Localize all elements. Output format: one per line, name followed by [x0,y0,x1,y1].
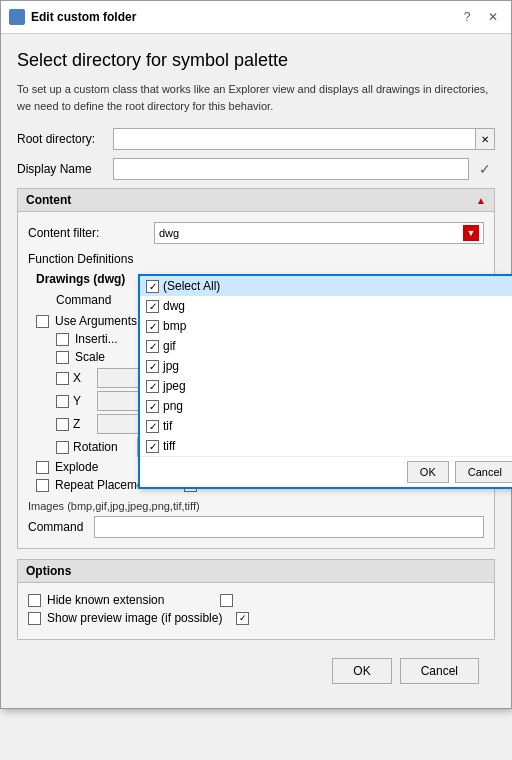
content-filter-row: Content filter: dwg ▼ [28,222,484,244]
show-preview-row: Show preview image (if possible) [28,611,484,625]
images-command-row: Command IMAGE Attach [28,516,484,538]
rotation-label: Rotation [73,440,133,454]
options-section-body: Hide known extension Show preview image … [17,583,495,640]
display-name-input[interactable]: Blocks and Images [113,158,469,180]
dropdown-label-jpg: jpg [163,359,179,373]
window-icon [9,9,25,25]
checkbox-jpeg[interactable] [146,380,159,393]
dropdown-item-tiff[interactable]: tiff [140,436,512,456]
insert-checkbox[interactable] [56,333,69,346]
x-label: X [73,371,93,385]
explode-checkbox[interactable] [36,461,49,474]
dropdown-item-png[interactable]: png [140,396,512,416]
repeat-placement-checkbox[interactable] [36,479,49,492]
content-filter-label: Content filter: [28,226,148,240]
dropdown-label-tif: tif [163,419,172,433]
dropdown-item-gif[interactable]: gif [140,336,512,356]
dropdown-label-tiff: tiff [163,439,175,453]
content-section-body: Content filter: dwg ▼ (Select All) dwg [17,212,495,549]
dropdown-item-bmp[interactable]: bmp [140,316,512,336]
dropdown-ok-button[interactable]: OK [407,461,449,483]
display-name-row: Display Name Blocks and Images ✓ [17,158,495,180]
page-description: To set up a custom class that works like… [17,81,495,114]
title-bar: Edit custom folder ? ✕ [1,1,511,34]
rotation-checkbox[interactable] [56,441,69,454]
root-directory-input-group: D:\Projects\Documentation\PET\PET Symbol… [113,128,495,150]
content-section-arrow: ▲ [476,195,486,206]
images-command-label: Command [28,520,88,534]
show-preview-label: Show preview image (if possible) [47,611,222,625]
edit-custom-folder-window: Edit custom folder ? ✕ Select directory … [0,0,512,709]
dropdown-label-gif: gif [163,339,176,353]
dropdown-label-dwg: dwg [163,299,185,313]
root-directory-input[interactable]: D:\Projects\Documentation\PET\PET Symbol… [113,128,475,150]
dropdown-cancel-button[interactable]: Cancel [455,461,512,483]
hide-extension-row: Hide known extension [28,593,484,607]
dropdown-label-png: png [163,399,183,413]
images-command-input[interactable]: IMAGE Attach [94,516,484,538]
show-preview-checkbox[interactable] [28,612,41,625]
z-label: Z [73,417,93,431]
function-defs-label: Function Definitions [28,252,148,266]
use-args-label: Use Arguments [55,314,137,328]
hide-extension-checkbox[interactable] [28,594,41,607]
display-name-label: Display Name [17,162,107,176]
bottom-buttons: OK Cancel [17,650,495,692]
checkbox-tiff[interactable] [146,440,159,453]
hide-extension-label: Hide known extension [47,593,164,607]
page-title: Select directory for symbol palette [17,50,495,71]
help-button[interactable]: ? [457,7,477,27]
command-label: Command [56,293,136,307]
show-preview-value[interactable] [236,612,249,625]
checkbox-png[interactable] [146,400,159,413]
scale-checkbox[interactable] [56,351,69,364]
ok-button[interactable]: OK [332,658,391,684]
checkbox-bmp[interactable] [146,320,159,333]
content-filter-value: dwg [159,227,463,239]
content-filter-dropdown-popup: (Select All) dwg bmp gif jpg [138,274,512,489]
checkbox-tif[interactable] [146,420,159,433]
z-checkbox[interactable] [56,418,69,431]
cancel-button[interactable]: Cancel [400,658,479,684]
checkbox-jpg[interactable] [146,360,159,373]
content-section-title: Content [26,193,71,207]
dropdown-item-dwg[interactable]: dwg [140,296,512,316]
dropdown-label-bmp: bmp [163,319,186,333]
dropdown-item-jpeg[interactable]: jpeg [140,376,512,396]
checkbox-dwg[interactable] [146,300,159,313]
root-directory-label: Root directory: [17,132,107,146]
content-section-header[interactable]: Content ▲ [17,188,495,212]
hide-extension-value[interactable] [220,594,233,607]
dropdown-popup-actions: OK Cancel [140,456,512,487]
dropdown-item-tif[interactable]: tif [140,416,512,436]
use-args-checkbox[interactable] [36,315,49,328]
main-content: Select directory for symbol palette To s… [1,34,511,708]
function-defs-row: Function Definitions [28,252,484,266]
content-filter-dropdown[interactable]: dwg ▼ [154,222,484,244]
options-section-header[interactable]: Options [17,559,495,583]
options-section-title: Options [26,564,71,578]
window-title: Edit custom folder [31,10,451,24]
root-directory-clear-button[interactable]: ✕ [475,128,495,150]
dropdown-label-jpeg: jpeg [163,379,186,393]
checkbox-select-all[interactable] [146,280,159,293]
close-button[interactable]: ✕ [483,7,503,27]
explode-label: Explode [55,460,98,474]
y-label: Y [73,394,93,408]
checkbox-gif[interactable] [146,340,159,353]
images-note: Images (bmp,gif,jpg,jpeg,png,tif,tiff) [28,500,484,512]
dropdown-arrow-icon: ▼ [463,225,479,241]
dropdown-item-jpg[interactable]: jpg [140,356,512,376]
dropdown-label-select-all: (Select All) [163,279,220,293]
x-checkbox[interactable] [56,372,69,385]
y-checkbox[interactable] [56,395,69,408]
root-directory-row: Root directory: D:\Projects\Documentatio… [17,128,495,150]
display-name-check-icon: ✓ [475,158,495,180]
dropdown-item-select-all[interactable]: (Select All) [140,276,512,296]
